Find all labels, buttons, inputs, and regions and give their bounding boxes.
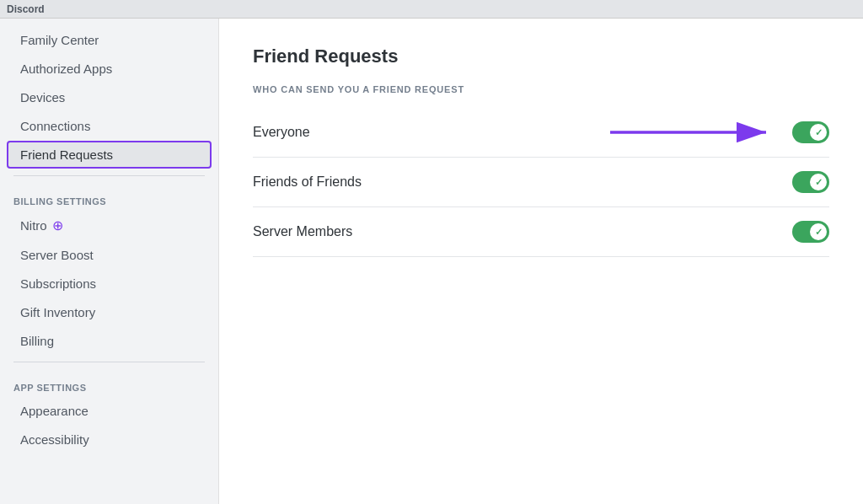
nitro-icon: ⊕ <box>52 217 63 233</box>
setting-label-server-members: Server Members <box>253 224 352 239</box>
setting-row-everyone: Everyone <box>253 108 829 158</box>
sidebar-item-gift-inventory[interactable]: Gift Inventory <box>7 298 212 326</box>
setting-row-friends-of-friends: Friends of Friends <box>253 158 829 207</box>
toggle-thumb-everyone <box>810 124 827 141</box>
setting-label-friends-of-friends: Friends of Friends <box>253 174 362 190</box>
sidebar-item-label: Billing <box>20 334 54 348</box>
toggle-server-members[interactable] <box>792 221 829 243</box>
sidebar-item-label: Server Boost <box>20 248 94 262</box>
sidebar-divider <box>13 175 205 176</box>
sidebar-item-label: Nitro <box>20 218 47 233</box>
sidebar-item-billing[interactable]: Billing <box>7 327 212 355</box>
sidebar-item-devices[interactable]: Devices <box>7 83 212 111</box>
sidebar-item-label: Gift Inventory <box>20 305 95 319</box>
sidebar-divider-2 <box>13 362 205 362</box>
sidebar-item-subscriptions[interactable]: Subscriptions <box>7 270 212 298</box>
sidebar-item-label: Accessibility <box>20 432 89 447</box>
app-container: Family Center Authorized Apps Devices Co… <box>0 0 863 504</box>
sidebar-item-nitro[interactable]: Nitro ⊕ <box>7 211 212 240</box>
toggle-thumb-server-members <box>810 223 827 240</box>
sidebar-item-accessibility[interactable]: Accessibility <box>7 426 212 453</box>
sidebar-item-label: Friend Requests <box>20 147 113 162</box>
page-title: Friend Requests <box>253 46 829 67</box>
arrow-annotation <box>610 120 779 145</box>
sidebar-item-family-center[interactable]: Family Center <box>7 26 212 54</box>
sidebar-item-server-boost[interactable]: Server Boost <box>7 241 212 269</box>
main-content: Friend Requests WHO CAN SEND YOU A FRIEN… <box>219 19 863 504</box>
sidebar-item-label: Authorized Apps <box>20 62 112 76</box>
sidebar-item-label: Devices <box>20 90 65 105</box>
arrow-svg <box>610 120 779 145</box>
sidebar-item-authorized-apps[interactable]: Authorized Apps <box>7 55 212 83</box>
sidebar-item-label: Connections <box>20 119 90 133</box>
sidebar-item-friend-requests[interactable]: Friend Requests <box>7 141 212 169</box>
section-label: WHO CAN SEND YOU A FRIEND REQUEST <box>253 84 829 94</box>
sidebar-item-label: Appearance <box>20 404 88 418</box>
app-title: Discord <box>7 3 45 15</box>
sidebar-item-connections[interactable]: Connections <box>7 112 212 140</box>
app-section-label: APP SETTINGS <box>0 369 218 396</box>
title-bar: Discord <box>0 0 863 19</box>
billing-section-label: BILLING SETTINGS <box>0 183 218 210</box>
setting-row-server-members: Server Members <box>253 207 829 257</box>
toggle-everyone[interactable] <box>792 121 829 143</box>
sidebar-item-label: Subscriptions <box>20 276 96 291</box>
sidebar-item-appearance[interactable]: Appearance <box>7 397 212 425</box>
toggle-thumb-friends-of-friends <box>810 174 827 190</box>
sidebar: Family Center Authorized Apps Devices Co… <box>0 19 219 504</box>
setting-label-everyone: Everyone <box>253 125 310 140</box>
toggle-friends-of-friends[interactable] <box>792 171 829 193</box>
sidebar-item-label: Family Center <box>20 33 99 47</box>
